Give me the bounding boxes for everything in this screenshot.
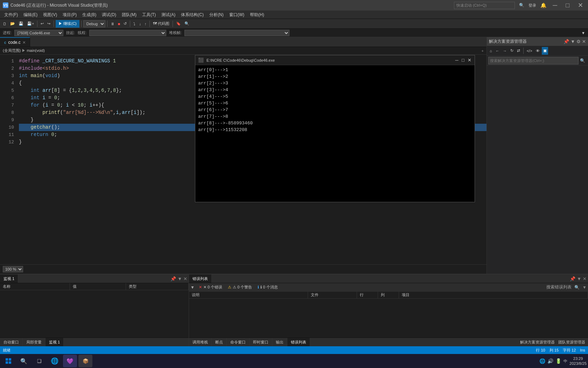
sol-home-btn[interactable]: ⌂ bbox=[488, 47, 493, 55]
toolbar-new[interactable]: 🗋 bbox=[1, 20, 8, 28]
errorlist-tab[interactable]: 错误列表 bbox=[287, 338, 310, 347]
settings-icon[interactable]: ⚙ bbox=[576, 39, 581, 44]
toolbar-stop[interactable]: ■ bbox=[117, 20, 122, 28]
pin-icon[interactable]: 📌 bbox=[564, 39, 569, 44]
toolbar-codemap[interactable]: 🗺 代码图 bbox=[152, 20, 171, 28]
console-icon: ⬛ bbox=[198, 57, 204, 63]
toolbar-undo[interactable]: ↩ bbox=[39, 20, 45, 28]
menu-view[interactable]: 视图(V) bbox=[40, 11, 60, 19]
menu-test[interactable]: 测试(A) bbox=[159, 11, 178, 19]
menu-build[interactable]: 生成(B) bbox=[79, 11, 99, 19]
toolbar-save[interactable]: 💾 bbox=[17, 20, 25, 28]
sol-back-btn[interactable]: ← bbox=[494, 47, 501, 55]
sol-code-btn[interactable]: </> bbox=[525, 47, 534, 55]
output-tab[interactable]: 输出 bbox=[272, 338, 287, 347]
toolbar-stepout[interactable]: ↑ bbox=[143, 20, 148, 28]
error-filter-warnings[interactable]: ⚠ ⚠ 0 个警告 bbox=[226, 285, 253, 290]
error-filter-icon[interactable]: ▼ bbox=[190, 285, 195, 290]
team-explorer-link[interactable]: 团队资源管理器 bbox=[558, 340, 585, 345]
tab-close-btn[interactable]: × bbox=[23, 40, 26, 45]
error-pin-icon[interactable]: 📌 bbox=[570, 276, 575, 281]
menu-team[interactable]: 团队(M) bbox=[119, 11, 139, 19]
toolbar-stepinto[interactable]: ↓ bbox=[138, 20, 142, 28]
toolbar-open[interactable]: 📂 bbox=[9, 20, 16, 28]
toolbar-stepover[interactable]: ⤵ bbox=[132, 20, 137, 28]
error-filter-messages[interactable]: ℹ ℹ 0 个消息 bbox=[256, 285, 279, 290]
watch-dropdown-icon[interactable]: ▼ bbox=[177, 276, 182, 281]
sol-view-btn[interactable]: 👁 bbox=[534, 47, 541, 55]
watch-tab[interactable]: 监视 1 bbox=[0, 274, 18, 283]
error-dropdown-icon[interactable]: ▼ bbox=[577, 276, 581, 281]
toolbar: 🗋 📂 💾 💾+ ↩ ↪ ▶ 继续(C) Debug ⏸ ■ ↺ ⤵ ↓ ↑ 🗺… bbox=[0, 19, 588, 29]
minimize-button[interactable]: ─ bbox=[551, 2, 559, 9]
toolbar-find[interactable]: 🔍 bbox=[183, 20, 191, 28]
console-minimize-btn[interactable]: ─ bbox=[454, 58, 459, 63]
maximize-button[interactable]: □ bbox=[564, 2, 572, 9]
menu-help[interactable]: 帮助(H) bbox=[247, 11, 267, 19]
search-icon[interactable]: 🔍 bbox=[519, 3, 524, 8]
close-button[interactable]: ✕ bbox=[576, 1, 585, 9]
sol-active-btn[interactable]: ▣ bbox=[542, 47, 548, 55]
menu-file[interactable]: 文件(F) bbox=[1, 11, 21, 19]
watch1-tab[interactable]: 监视 1 bbox=[46, 338, 64, 347]
toolbar-redo[interactable]: ↪ bbox=[46, 20, 52, 28]
status-ready: 就绪 bbox=[3, 348, 10, 353]
sol-syncronize-btn[interactable]: ⇄ bbox=[516, 47, 522, 55]
error-search-icon[interactable]: 🔍 bbox=[574, 285, 580, 290]
solution-search-icon[interactable]: 🔍 bbox=[579, 58, 587, 63]
dropdown-icon[interactable]: ▼ bbox=[570, 39, 575, 44]
taskview-button[interactable]: ❑ bbox=[32, 355, 46, 367]
auto-tab[interactable]: 自动窗口 bbox=[0, 338, 23, 347]
editor-expand-btn[interactable]: + bbox=[482, 49, 484, 53]
breadcrumb: (全局范围) ▶ main(void) bbox=[3, 48, 45, 53]
solution-explorer-link[interactable]: 解决方案资源管理器 bbox=[520, 340, 555, 345]
error-search-dropdown[interactable]: ▼ bbox=[582, 285, 587, 290]
menu-edit[interactable]: 编辑(E) bbox=[21, 11, 40, 19]
toolbar-restart[interactable]: ↺ bbox=[122, 20, 128, 28]
solution-search-input[interactable] bbox=[488, 57, 579, 64]
console-maximize-btn[interactable]: □ bbox=[461, 58, 465, 63]
toolbar-pause[interactable]: ⏸ bbox=[109, 20, 116, 28]
taskbar-console[interactable]: 📦 bbox=[78, 355, 92, 367]
error-tab[interactable]: 错误列表 bbox=[189, 274, 212, 283]
zoom-select[interactable]: 100 % bbox=[3, 266, 23, 272]
debug-expand-btn[interactable]: ▼ bbox=[581, 31, 585, 35]
close-panel-icon[interactable]: ✕ bbox=[582, 39, 586, 44]
watch-pin-icon[interactable]: 📌 bbox=[170, 276, 176, 281]
debug-thread-select[interactable] bbox=[89, 30, 166, 36]
toolbar-continue[interactable]: ▶ 继续(C) bbox=[56, 20, 79, 28]
taskbar-vs[interactable]: 💜 bbox=[63, 355, 77, 367]
menu-debug[interactable]: 调试(D) bbox=[99, 11, 119, 19]
immediate-tab[interactable]: 即时窗口 bbox=[250, 338, 272, 347]
command-tab[interactable]: 命令窗口 bbox=[227, 338, 250, 347]
debug-process-select[interactable]: [7608] Code46.exe bbox=[14, 30, 63, 36]
login-button[interactable]: 登录 bbox=[528, 3, 536, 8]
menu-arch[interactable]: 体系结构(C) bbox=[178, 11, 206, 19]
callstack-tab[interactable]: 调用堆栈 bbox=[189, 338, 212, 347]
error-panel-icons: 📌 ▼ ✕ bbox=[570, 274, 588, 283]
notification-icon[interactable]: 🔔 bbox=[540, 2, 546, 8]
debug-mode-select[interactable]: Debug bbox=[83, 20, 105, 27]
search-input-area[interactable]: 快速启动 (Ctrl+Q) bbox=[454, 2, 515, 9]
error-panel: 错误列表 📌 ▼ ✕ ▼ ✕ ✕ 0 个错误 ⚠ ⚠ 0 个警告 ℹ ℹ 0 bbox=[189, 274, 588, 346]
menu-analyze[interactable]: 分析(N) bbox=[206, 11, 226, 19]
sol-forward-btn[interactable]: → bbox=[502, 47, 508, 55]
search-button[interactable]: 🔍 bbox=[17, 355, 31, 367]
tab-codec[interactable]: c code.c × bbox=[0, 37, 30, 47]
debug-stackframe-select[interactable] bbox=[184, 30, 289, 36]
sol-refresh-btn[interactable]: ↻ bbox=[509, 47, 515, 55]
locals-tab[interactable]: 局部变量 bbox=[23, 338, 46, 347]
start-button[interactable] bbox=[1, 355, 15, 367]
watch-close-icon[interactable]: ✕ bbox=[183, 276, 187, 281]
menu-tools[interactable]: 工具(T) bbox=[139, 11, 159, 19]
menu-window[interactable]: 窗口(W) bbox=[226, 11, 247, 19]
taskbar-edge[interactable]: 🌐 bbox=[48, 355, 62, 367]
error-close-icon[interactable]: ✕ bbox=[583, 276, 587, 281]
menu-project[interactable]: 项目(P) bbox=[60, 11, 79, 19]
breakpoints-tab[interactable]: 断点 bbox=[212, 338, 227, 347]
error-filter-errors[interactable]: ✕ ✕ 0 个错误 bbox=[197, 285, 224, 290]
toolbar-sep-1 bbox=[37, 21, 37, 27]
toolbar-saveall[interactable]: 💾+ bbox=[26, 20, 35, 28]
toolbar-bookmark[interactable]: 🔖 bbox=[175, 20, 182, 28]
console-close-btn[interactable]: ✕ bbox=[467, 58, 472, 63]
